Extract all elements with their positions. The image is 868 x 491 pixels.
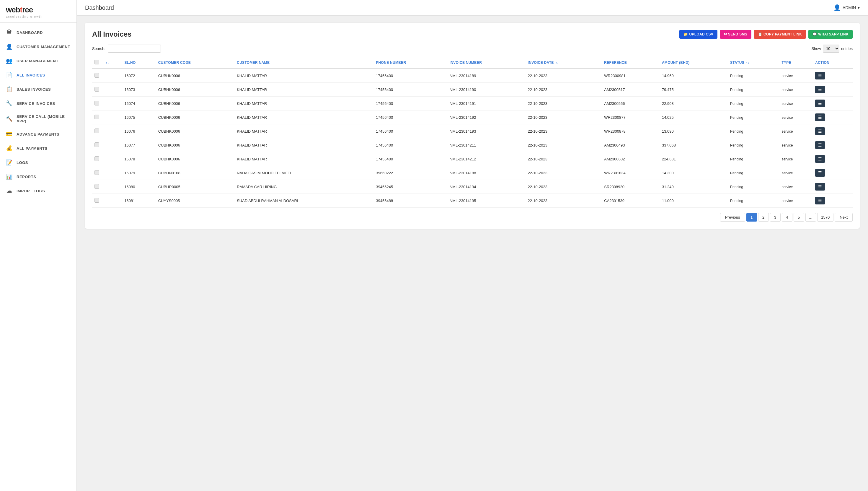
sidebar-item-import-logs[interactable]: ☁ IMPORT LOGS: [0, 184, 76, 198]
service-invoices-icon: 🔧: [6, 100, 12, 107]
sidebar-item-service-invoices[interactable]: 🔧 SERVICE INVOICES: [0, 96, 76, 111]
sidebar-label-all-invoices: ALL INVOICES: [17, 73, 45, 78]
status-badge-5: Pending: [730, 143, 743, 147]
admin-menu[interactable]: 👤 ADMIN ▾: [833, 4, 860, 11]
sidebar-item-sales-invoices[interactable]: 📋 SALES INVOICES: [0, 82, 76, 96]
sidebar-item-user-management[interactable]: 👥 USER MANAGEMENT: [0, 54, 76, 68]
page-3-button[interactable]: 3: [770, 213, 781, 222]
row-sort-6: [103, 152, 122, 166]
row-checkbox-2[interactable]: [94, 101, 99, 106]
cell-reference-5: AM2300493: [602, 138, 659, 152]
type-badge-5: service: [781, 143, 793, 147]
action-buttons: 📁 UPLOAD CSV ✉ SEND SMS 📋 COPY PAYMENT L…: [679, 30, 852, 39]
whatsapp-link-button[interactable]: 💬 WHATSAPP LINK: [808, 30, 852, 39]
col-slno: SL.NO: [122, 57, 156, 68]
row-sort-4: [103, 124, 122, 138]
sidebar-item-advance-payments[interactable]: 💳 ADVANCE PAYMENTS: [0, 127, 76, 141]
sort-button[interactable]: ↑↓: [105, 61, 110, 64]
detail-button-9[interactable]: ☰: [815, 197, 825, 204]
topbar: Dashboard 👤 ADMIN ▾: [77, 0, 868, 16]
cell-customer-name-9: SUAD ABDULRAHMAN ALDOSARI: [235, 194, 373, 208]
dashboard-icon: 🏛: [6, 29, 12, 36]
detail-button-7[interactable]: ☰: [815, 169, 825, 177]
cell-status-2: Pending: [728, 96, 779, 111]
col-action: ACTION: [813, 57, 852, 68]
cell-amount-3: 14.025: [659, 111, 728, 124]
next-button[interactable]: Next: [835, 213, 852, 222]
sidebar-item-dashboard[interactable]: 🏛 DASHBOARD: [0, 25, 76, 39]
row-checkbox-7[interactable]: [94, 170, 99, 175]
table-row: 16074 CUBHK0006 KHALID MATTAR 17456400 N…: [92, 96, 852, 111]
row-checkbox-5[interactable]: [94, 142, 99, 147]
show-select[interactable]: 10 25 50 100: [823, 45, 839, 53]
row-checkbox-8[interactable]: [94, 184, 99, 189]
detail-button-8[interactable]: ☰: [815, 183, 825, 191]
row-checkbox-3[interactable]: [94, 115, 99, 119]
detail-button-2[interactable]: ☰: [815, 99, 825, 107]
cell-reference-3: WR2300877: [602, 111, 659, 124]
previous-button[interactable]: Previous: [720, 213, 745, 222]
cell-customer-code-3: CUBHK0006: [156, 111, 235, 124]
search-input[interactable]: [108, 45, 161, 53]
row-checkbox-cell: [92, 152, 103, 166]
sidebar-item-all-invoices[interactable]: 📄 ALL INVOICES: [0, 68, 76, 82]
page-last-button[interactable]: 1570: [817, 213, 833, 222]
row-checkbox-1[interactable]: [94, 87, 99, 92]
copy-payment-link-button[interactable]: 📋 COPY PAYMENT LINK: [754, 30, 806, 39]
row-sort-8: [103, 180, 122, 194]
type-badge-4: service: [781, 129, 793, 134]
detail-button-3[interactable]: ☰: [815, 113, 825, 121]
cell-amount-0: 14.960: [659, 68, 728, 83]
status-sort-button[interactable]: ↑↓: [745, 61, 750, 64]
detail-button-4[interactable]: ☰: [815, 127, 825, 135]
sidebar-item-logs[interactable]: 📝 LOGS: [0, 155, 76, 170]
table-header: ↑↓ SL.NO CUSTOMER CODE CUSTOMER NAME PHO…: [92, 57, 852, 68]
sidebar-item-all-payments[interactable]: 💰 ALL PAYMENTS: [0, 141, 76, 155]
page-title: All Invoices: [92, 30, 131, 38]
cell-reference-7: WR2301834: [602, 166, 659, 180]
detail-button-1[interactable]: ☰: [815, 86, 825, 93]
row-checkbox-0[interactable]: [94, 73, 99, 78]
sidebar-item-customer-management[interactable]: 👤 CUSTOMER MANAGEMENT: [0, 39, 76, 54]
cell-reference-9: CA2301539: [602, 194, 659, 208]
cell-action-0: ☰: [813, 68, 852, 83]
upload-csv-button[interactable]: 📁 UPLOAD CSV: [679, 30, 717, 39]
invoice-date-sort-button[interactable]: ↑↓: [555, 61, 559, 64]
detail-button-6[interactable]: ☰: [815, 155, 825, 163]
detail-button-5[interactable]: ☰: [815, 141, 825, 149]
type-badge-2: service: [781, 102, 793, 106]
detail-button-0[interactable]: ☰: [815, 72, 825, 80]
row-checkbox-4[interactable]: [94, 128, 99, 133]
sidebar-item-reports[interactable]: 📊 REPORTS: [0, 170, 76, 184]
page-1-button[interactable]: 1: [746, 213, 757, 222]
cell-slno-3: 16075: [122, 111, 156, 124]
row-sort-0: [103, 68, 122, 83]
sidebar-label-service-call: SERVICE CALL (MOBILE APP): [17, 114, 70, 123]
cell-customer-code-7: CUBHN0168: [156, 166, 235, 180]
admin-dropdown-icon: ▾: [858, 5, 860, 10]
page-5-button[interactable]: 5: [794, 213, 804, 222]
row-checkbox-cell: [92, 166, 103, 180]
reports-icon: 📊: [6, 173, 12, 180]
admin-icon: 👤: [833, 4, 841, 11]
row-checkbox-6[interactable]: [94, 156, 99, 161]
status-badge-3: Pending: [730, 116, 743, 120]
cell-customer-name-8: RAMADA CAR HIRING: [235, 180, 373, 194]
page-2-button[interactable]: 2: [758, 213, 769, 222]
user-management-icon: 👥: [6, 58, 12, 64]
row-checkbox-9[interactable]: [94, 198, 99, 203]
sidebar-item-service-call[interactable]: 🔨 SERVICE CALL (MOBILE APP): [0, 111, 76, 127]
table-body: 16072 CUBHK0006 KHALID MATTAR 17456400 N…: [92, 68, 852, 208]
table-row: 16081 CUYYS0005 SUAD ABDULRAHMAN ALDOSAR…: [92, 194, 852, 208]
page-4-button[interactable]: 4: [782, 213, 793, 222]
logs-icon: 📝: [6, 159, 12, 166]
cell-phone-9: 39456488: [373, 194, 447, 208]
import-logs-icon: ☁: [6, 187, 12, 194]
table-row: 16076 CUBHK0006 KHALID MATTAR 17456400 N…: [92, 124, 852, 138]
select-all-checkbox[interactable]: [94, 60, 99, 64]
col-reference: REFERENCE: [602, 57, 659, 68]
send-sms-button[interactable]: ✉ SEND SMS: [720, 30, 751, 39]
cell-reference-1: AM2300517: [602, 83, 659, 96]
invoices-card: All Invoices 📁 UPLOAD CSV ✉ SEND SMS 📋 C…: [85, 23, 860, 229]
card-header: All Invoices 📁 UPLOAD CSV ✉ SEND SMS 📋 C…: [92, 30, 852, 39]
